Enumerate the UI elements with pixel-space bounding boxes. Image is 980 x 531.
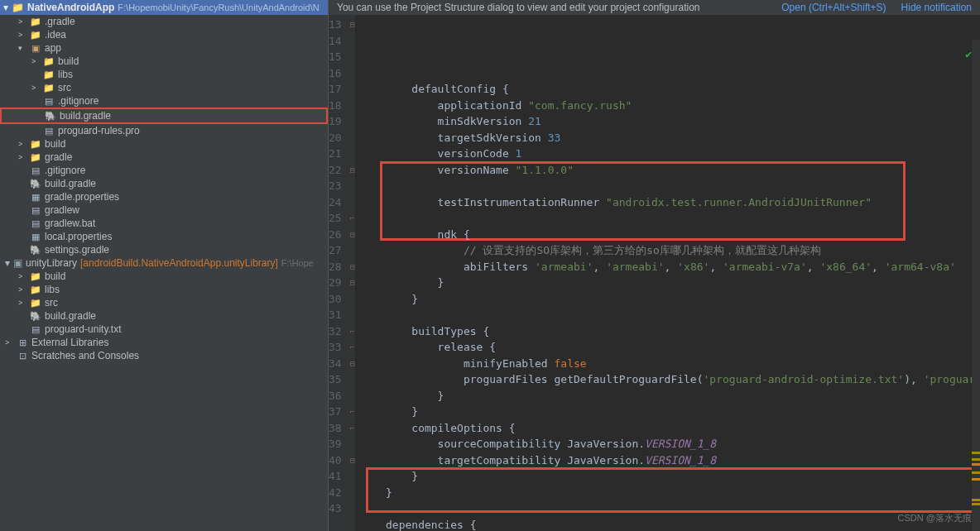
chevron-right-icon: >	[31, 57, 40, 65]
code-lines[interactable]: defaultConfig { applicationId "com.fancy…	[355, 15, 980, 531]
spacer	[18, 232, 26, 241]
tree-item-unity_build_gradle[interactable]: 🐘build.gradle	[0, 309, 328, 323]
tree-label: src	[45, 297, 58, 309]
spacer	[18, 166, 26, 175]
tree-item-local_props[interactable]: ▦local.properties	[0, 230, 328, 243]
tree-item-idea_folder[interactable]: >📁.idea	[0, 28, 328, 41]
folder-icon: ▣	[13, 257, 22, 269]
file-icon: ▦	[30, 231, 41, 242]
tree-label: proguard-unity.txt	[45, 323, 122, 335]
hide-notif-link[interactable]: Hide notification	[901, 2, 972, 13]
tree-label: src	[58, 82, 71, 93]
folder-icon: 📁	[30, 138, 41, 150]
tree-item-gradle_props[interactable]: ▦gradle.properties	[0, 190, 328, 203]
tree-item-gradlew_bat[interactable]: ▤gradlew.bat	[0, 217, 328, 230]
tree-item-app_src[interactable]: >📁src	[0, 81, 328, 94]
folder-icon: ▣	[30, 42, 41, 54]
root-label: NativeAndroidApp	[27, 2, 114, 13]
tree-item-unity_proguard[interactable]: ▤proguard-unity.txt	[0, 323, 328, 336]
chevron-right-icon: >	[18, 17, 26, 26]
file-icon: 🐘	[30, 178, 41, 189]
chevron-right-icon: >	[5, 338, 13, 347]
chevron-down-icon: ▾	[3, 2, 8, 13]
tree-label: settings.gradle	[45, 244, 109, 256]
tree-item-app_libs[interactable]: 📁libs	[0, 68, 328, 81]
file-icon: ⊞	[17, 337, 28, 348]
tree-item-unity_libs[interactable]: >📁libs	[0, 283, 328, 296]
tree-item-app_proguard[interactable]: ▤proguard-rules.pro	[0, 124, 328, 137]
tree-item-scratches[interactable]: ⊡Scratches and Consoles	[0, 349, 328, 362]
tree-item-unity_src[interactable]: >📁src	[0, 296, 328, 309]
spacer	[18, 179, 26, 188]
chevron-down-icon: ▾	[5, 257, 10, 269]
file-icon: ▤	[43, 95, 55, 107]
tree-label: Scratches and Consoles	[31, 350, 139, 361]
tree-label: gradlew.bat	[45, 218, 95, 229]
folder-icon: 📁	[30, 284, 41, 295]
tree-item-ext_libs[interactable]: >⊞External Libraries	[0, 336, 328, 349]
spacer	[5, 352, 13, 360]
folder-icon: 📁	[30, 29, 41, 41]
tree-module-unity_module[interactable]: ▾▣unityLibrary [androidBuild.NativeAndro…	[0, 256, 328, 270]
tree-label: gradlew	[45, 204, 79, 216]
folder-icon: 📁	[30, 297, 41, 309]
file-icon: 🐘	[30, 244, 41, 256]
tree-label: gradle.properties	[45, 191, 119, 203]
tree-item-build2[interactable]: >📁build	[0, 137, 328, 151]
tree-label: libs	[58, 69, 73, 80]
tree-label: .gitignore	[58, 95, 98, 107]
folder-icon: 📁	[43, 82, 55, 93]
tree-item-gradle_folder[interactable]: >📁.gradle	[0, 15, 328, 28]
chevron-down-icon: ▾	[18, 44, 26, 52]
code-editor-panel: You can use the Project Structure dialog…	[329, 0, 980, 531]
tree-item-app_gitignore[interactable]: ▤.gitignore	[0, 94, 328, 108]
tree-item-gradlew[interactable]: ▤gradlew	[0, 203, 328, 217]
tree-item-gradle2[interactable]: >📁gradle	[0, 151, 328, 164]
tree-item-settings_gradle[interactable]: 🐘settings.gradle	[0, 243, 328, 256]
error-stripe[interactable]	[972, 40, 980, 531]
line-number-gutter: 1314151617181920212223242526272829303132…	[329, 15, 350, 531]
tree-label: build	[45, 138, 65, 150]
tree-item-unity_build[interactable]: >📁build	[0, 270, 328, 283]
spacer	[33, 112, 41, 120]
tree-label: build.gradle	[60, 110, 111, 122]
spacer	[18, 193, 26, 201]
tree-label: .gitignore	[45, 165, 85, 176]
open-structure-link[interactable]: Open (Ctrl+Alt+Shift+S)	[781, 2, 886, 13]
tree-label: .gradle	[45, 16, 75, 27]
chevron-right-icon: >	[18, 153, 26, 161]
spacer	[31, 127, 40, 135]
tree-item-app_build_gradle[interactable]: 🐘build.gradle	[0, 108, 328, 124]
tree-item-build_gradle2[interactable]: 🐘build.gradle	[0, 177, 328, 190]
tree-label: proguard-rules.pro	[58, 125, 140, 136]
tree-label: app	[45, 42, 61, 54]
code-area[interactable]: 1314151617181920212223242526272829303132…	[329, 15, 980, 531]
project-tree-panel[interactable]: ▾ 📁 NativeAndroidApp F:\HopemobiUnity\Fa…	[0, 0, 329, 531]
tree-label: build	[58, 55, 79, 67]
check-icon: ✔	[965, 46, 972, 63]
spacer	[18, 246, 26, 254]
tree-item-gitignore2[interactable]: ▤.gitignore	[0, 164, 328, 177]
chevron-right-icon: >	[18, 31, 26, 39]
file-icon: ▤	[30, 165, 41, 176]
tree-label: build.gradle	[45, 178, 96, 189]
file-icon: ⊡	[17, 350, 28, 361]
chevron-right-icon: >	[18, 299, 26, 307]
tree-item-app_build[interactable]: >📁build	[0, 55, 328, 68]
tree-label: .idea	[45, 29, 66, 41]
file-icon: ▤	[30, 323, 41, 335]
spacer	[18, 219, 26, 227]
tree-label: local.properties	[45, 231, 112, 242]
file-icon: 🐘	[30, 310, 41, 322]
chevron-right-icon: >	[31, 84, 40, 92]
spacer	[18, 312, 26, 320]
folder-icon: 📁	[30, 16, 41, 27]
folder-icon: 📁	[43, 69, 55, 80]
tree-item-app_folder[interactable]: ▾▣app	[0, 41, 328, 55]
folder-icon: 📁	[30, 151, 41, 163]
tree-label: build.gradle	[45, 310, 96, 322]
project-root[interactable]: ▾ 📁 NativeAndroidApp F:\HopemobiUnity\Fa…	[0, 0, 328, 15]
tree-label: External Libraries	[31, 337, 108, 348]
spacer	[31, 70, 40, 79]
file-icon: ▦	[30, 191, 41, 203]
